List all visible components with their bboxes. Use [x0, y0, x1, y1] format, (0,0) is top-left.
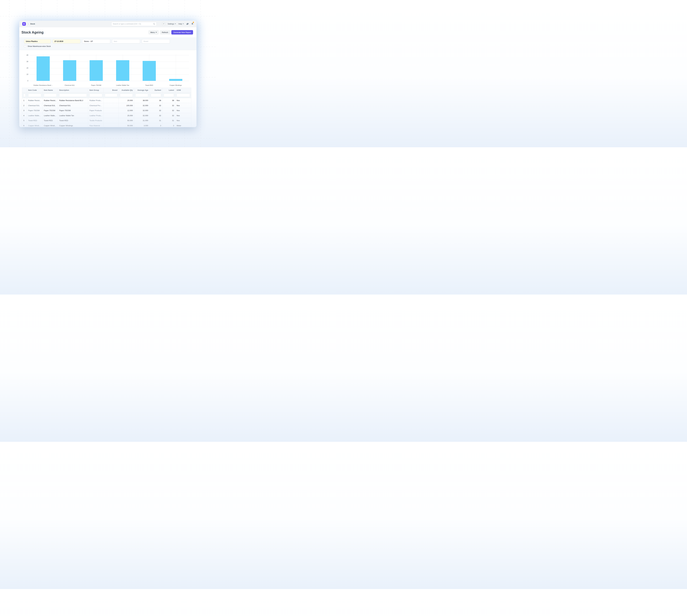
column-header-row-index[interactable] [22, 88, 27, 92]
item-filter[interactable] [112, 39, 140, 43]
cell-brand[interactable] [104, 103, 119, 108]
cell-description[interactable]: Copper Windings [58, 123, 88, 127]
cell-brand[interactable] [104, 108, 119, 113]
cell-latest[interactable]: 32 [162, 108, 175, 113]
global-search[interactable] [111, 22, 157, 26]
cell-available-qty[interactable]: 25.000 [119, 113, 134, 118]
cell-brand[interactable] [104, 118, 119, 123]
bar-1[interactable] [63, 60, 76, 81]
notifications-button[interactable] [191, 23, 193, 25]
cell-item-group[interactable]: Raw Material [88, 123, 104, 127]
cell-row-index[interactable]: 2 [22, 103, 27, 108]
cell-earliest[interactable]: 32 [150, 113, 162, 118]
cell-row-index[interactable]: 3 [22, 108, 27, 113]
cell-earliest[interactable]: 38 [150, 98, 162, 103]
cell-item-group[interactable]: Leather Produ... [88, 113, 104, 118]
settings-menu[interactable]: Settings [168, 23, 176, 25]
cell-item-name[interactable]: Paper-75GSM [43, 108, 58, 113]
cell-latest[interactable]: 31 [162, 118, 175, 123]
cell-average-age[interactable]: 3.000 [134, 123, 150, 127]
cell-row-index[interactable]: 5 [22, 118, 27, 123]
bar-0[interactable] [37, 57, 50, 81]
cell-item-name[interactable]: Copper Windi... [43, 123, 58, 127]
column-header-available-qty[interactable]: Available Qty [119, 88, 134, 92]
cell-latest[interactable]: 32 [162, 103, 175, 108]
cell-description[interactable]: Rubber Resistance Band-BLU [58, 98, 88, 103]
cell-item-code[interactable]: Chemical-SUL [27, 103, 43, 108]
column-header-item-group[interactable]: Item Group [88, 88, 104, 92]
help-menu[interactable]: Help [178, 23, 184, 25]
column-header-earliest[interactable]: Earliest [150, 88, 162, 92]
user-avatar[interactable]: P [162, 22, 165, 26]
cell-item-code[interactable]: Leather Walle... [27, 113, 43, 118]
cell-row-index[interactable]: 6 [22, 123, 27, 127]
warehouse-filter[interactable] [82, 39, 110, 43]
cell-latest[interactable]: 32 [162, 113, 175, 118]
cell-description[interactable]: Paper-75GSM [58, 108, 88, 113]
column-filter-input-average-age[interactable] [135, 94, 148, 97]
cell-uom[interactable]: Meter [175, 123, 191, 127]
cell-row-index[interactable]: 1 [22, 98, 27, 103]
cell-earliest[interactable]: 32 [150, 103, 162, 108]
cell-latest[interactable]: 38 [162, 98, 175, 103]
cell-description[interactable]: Chemical-SUL [58, 103, 88, 108]
app-logo[interactable]: E [22, 22, 26, 26]
bar-3[interactable] [116, 60, 129, 81]
cell-item-name[interactable]: Rubber Resist... [43, 98, 58, 103]
cell-description[interactable]: Towel-RED [58, 118, 88, 123]
cell-description[interactable]: Leather Wallet Tan [58, 113, 88, 118]
cell-item-name[interactable]: Towel-RED [43, 118, 58, 123]
cell-item-name[interactable]: Chemical-SUL [43, 103, 58, 108]
column-filter-input-latest[interactable] [164, 94, 174, 97]
cell-uom[interactable]: Nos [175, 113, 191, 118]
bar-5[interactable] [169, 79, 182, 81]
cell-average-age[interactable]: 32.000 [134, 113, 150, 118]
column-header-uom[interactable]: UOM [175, 88, 191, 92]
cell-item-code[interactable]: Rubber Resist... [27, 98, 43, 103]
search-input[interactable] [113, 23, 153, 25]
bar-2[interactable] [90, 60, 103, 81]
cell-brand[interactable] [104, 123, 119, 127]
cell-item-name[interactable]: Leather Walle... [43, 113, 58, 118]
bar-4[interactable] [143, 61, 156, 81]
cell-item-group[interactable]: Textile Products [88, 118, 104, 123]
column-header-brand[interactable]: Brand [104, 88, 119, 92]
brand-filter[interactable] [142, 39, 170, 43]
cell-average-age[interactable]: 38.000 [134, 98, 150, 103]
cell-uom[interactable]: Nos [175, 108, 191, 113]
menu-button[interactable]: Menu [148, 30, 159, 35]
cell-uom[interactable]: Nos [175, 118, 191, 123]
refresh-button[interactable]: Refresh [160, 30, 170, 35]
cell-row-index[interactable]: 4 [22, 113, 27, 118]
cell-item-group[interactable]: Paper Products [88, 108, 104, 113]
column-filter-input-item-group[interactable] [89, 94, 102, 97]
cell-latest[interactable]: 3 [162, 123, 175, 127]
cell-average-age[interactable]: 32.000 [134, 103, 150, 108]
cell-item-code[interactable]: Paper-75GSM [27, 108, 43, 113]
breadcrumb[interactable]: Stock [30, 23, 35, 25]
cell-item-group[interactable]: Rubber Produ... [88, 98, 104, 103]
show-warehouse-wise-checkbox[interactable] [24, 45, 26, 47]
column-filter-input-row-index[interactable] [23, 94, 26, 97]
cell-item-group[interactable]: Chemical Pro... [88, 103, 104, 108]
column-filter-input-description[interactable] [59, 94, 87, 97]
column-header-average-age[interactable]: Average Age [134, 88, 150, 92]
cell-earliest[interactable]: 32 [150, 108, 162, 113]
column-filter-input-brand[interactable] [105, 94, 117, 97]
column-header-item-name[interactable]: Item Name [43, 88, 58, 92]
cell-brand[interactable] [104, 113, 119, 118]
as-on-date-filter[interactable] [53, 39, 81, 43]
chat-button[interactable] [186, 23, 189, 25]
cell-item-code[interactable]: Copper Windi... [27, 123, 43, 127]
cell-available-qty[interactable]: 12.000 [119, 108, 134, 113]
cell-available-qty[interactable]: 50.000 [119, 118, 134, 123]
column-filter-input-item-code[interactable] [28, 94, 41, 97]
column-header-description[interactable]: Description [58, 88, 88, 92]
cell-item-code[interactable]: Towel-RED [27, 118, 43, 123]
column-filter-input-item-name[interactable] [44, 94, 56, 97]
cell-uom[interactable]: Nos [175, 98, 191, 103]
column-header-latest[interactable]: Latest [162, 88, 175, 92]
cell-average-age[interactable]: 31.000 [134, 118, 150, 123]
column-filter-input-earliest[interactable] [151, 94, 161, 97]
cell-average-age[interactable]: 32.000 [134, 108, 150, 113]
